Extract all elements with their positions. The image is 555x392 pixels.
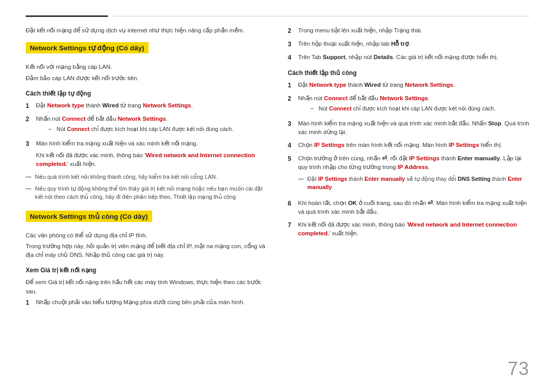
- list-item: 1 Đặt Network type thành Wired từ trang …: [288, 81, 529, 90]
- list-item: 2 Nhấn nút Connect để bắt đầu Network Se…: [26, 115, 267, 136]
- view-values-title: Xem Giá trị kết nối nạng: [26, 267, 267, 274]
- ip-settings-r5: IP Settings: [409, 155, 439, 161]
- network-settings-r2: Network Settings: [380, 95, 428, 101]
- top-line-dark: [26, 15, 108, 17]
- network-settings-r: Network Settings: [405, 82, 453, 88]
- section2-sub2: Trong trường hợp này, hỏi quản trị viên …: [26, 242, 267, 260]
- connect-bold: Connect: [67, 126, 89, 132]
- network-type-link: Network type: [47, 102, 84, 108]
- ip-settings-r4b: IP Settings: [449, 142, 479, 148]
- manual-setup-title: Cách thiết lập thủ công: [288, 69, 529, 77]
- list-item: 1 Đặt Network type thành Wired từ trang …: [26, 101, 267, 110]
- network-settings-link1: Network Settings: [143, 102, 191, 108]
- warning-note2: — Nếu quy trình tự động không thể tìm th…: [26, 184, 267, 201]
- ho-tro-link: Hỗ trợ: [391, 41, 409, 47]
- enter-icon2: ⏎: [428, 200, 433, 206]
- right-top-steps: 2 Trong menu bật lên xuất hiện, nhập Trạ…: [288, 26, 529, 62]
- section1-sub2: Đảm bảo cáp LAN được kết nối trước tiên.: [26, 74, 267, 83]
- list-item: 2 Nhấn nút Connect để bắt đầu Network Se…: [288, 94, 529, 115]
- list-item: 7 Khi kết nối đã được xác minh, thông bá…: [288, 220, 529, 238]
- sub-bullet-block: – Nút Connect chỉ được kích hoạt khi cáp…: [36, 125, 267, 133]
- connect-r: Connect: [324, 95, 347, 101]
- sub-bullet-r: – Nút Connect chỉ được kích hoạt khi cáp…: [298, 105, 529, 113]
- list-item: 3 Màn hình kiểm tra mạng xuất hiện và xá…: [26, 139, 267, 169]
- network-type-r: Network type: [309, 82, 346, 88]
- list-item: 1 Nhấp chuột phải vào biểu tượng Mạng ph…: [26, 298, 267, 307]
- auto-steps-list: 1 Đặt Network type thành Wired từ trang …: [26, 101, 267, 169]
- list-item: 2 Trong menu bật lên xuất hiện, nhập Trạ…: [288, 26, 529, 35]
- connect-link1: Connect: [62, 116, 85, 122]
- page: Đặt kết nối mạng để sử dụng dịch vụ inte…: [0, 0, 555, 392]
- top-line-light: [113, 16, 529, 16]
- subsection-auto-title: Cách thiết lập tự động: [26, 90, 267, 97]
- list-item: 4 Trên Tab Support, nhập nút Details. Cá…: [288, 53, 529, 62]
- ip-address-r: IP Address: [398, 164, 428, 170]
- enter-manually: Enter manually: [457, 155, 499, 161]
- section2-sub1: Các văn phòng có thể sử dụng địa chỉ IP …: [26, 231, 267, 240]
- network-settings-link2: Network Settings: [118, 116, 166, 122]
- dns-setting: DNS Setting: [458, 176, 491, 182]
- ip-settings-r4: IP Settings: [314, 142, 344, 148]
- left-column: Đặt kết nối mạng để sử dụng dịch vụ inte…: [26, 26, 267, 311]
- section2-heading: Network Settings thủ công (Có dây): [26, 211, 267, 227]
- page-number: 73: [508, 358, 529, 380]
- bullet-item-r: – Nút Connect chỉ được kích hoạt khi cáp…: [310, 105, 529, 113]
- list-item: 3 Màn hình kiểm tra mạng xuất hiện và qu…: [288, 119, 529, 137]
- wired-msg-r: Wired network and Internet connection co…: [298, 221, 517, 236]
- top-divider: [26, 15, 529, 17]
- enter-manually-note: Enter manually: [364, 176, 405, 182]
- section1-sub1: Kết nối với mạng bằng cáp LAN.: [26, 63, 267, 71]
- wired-r: Wired: [364, 82, 381, 88]
- intro-text: Đặt kết nối mạng để sử dụng dịch vụ inte…: [26, 26, 267, 35]
- step5-note: — Đặt IP Settings thành Enter manually s…: [298, 175, 529, 192]
- ok-text: OK: [348, 200, 357, 206]
- enter-icon: ⏎: [382, 155, 387, 161]
- wired-text: Wired: [102, 102, 119, 108]
- wired-network-msg: Wired network and Internet connection co…: [36, 152, 255, 167]
- support-text: Support: [323, 54, 345, 60]
- stop-text: Stop: [488, 120, 502, 126]
- connect-bold-r: Connect: [329, 105, 351, 111]
- manual-steps-list: 1 Đặt Network type thành Wired từ trang …: [288, 81, 529, 238]
- details-text: Details: [374, 54, 393, 60]
- section1-heading-label: Network Settings tự động (Có dây): [26, 42, 149, 53]
- two-column-layout: Đặt kết nối mạng để sử dụng dịch vụ inte…: [26, 26, 529, 311]
- list-item: 4 Chọn IP Settings trên màn hình kết nối…: [288, 141, 529, 150]
- list-item: 6 Khi hoàn tất, chọn OK ở cuối trang, sa…: [288, 199, 529, 217]
- list-item: 3 Trên hộp thoại xuất hiện, nhập tab Hỗ …: [288, 40, 529, 49]
- warning-note1: — Nếu quá trình kết nối không thành công…: [26, 173, 267, 181]
- connection-note: Khi kết nối đã được xác minh, thông báo …: [36, 151, 267, 169]
- list-item: 5 Chọn trường ở trên cùng, nhấn ⏎, rồi đ…: [288, 154, 529, 195]
- section1-heading: Network Settings tự động (Có dây): [26, 42, 267, 59]
- ip-settings-note: IP Settings: [318, 176, 347, 182]
- view-desc: Để xem Giá trị kết nối nạng trên hầu hết…: [26, 278, 267, 296]
- section2-heading-label: Network Settings thủ công (Có dây): [26, 211, 152, 222]
- view-steps-list: 1 Nhấp chuột phải vào biểu tượng Mạng ph…: [26, 298, 267, 307]
- right-column: 2 Trong menu bật lên xuất hiện, nhập Trạ…: [288, 26, 529, 311]
- bullet-dash-item: – Nút Connect chỉ được kích hoạt khi cáp…: [48, 125, 267, 133]
